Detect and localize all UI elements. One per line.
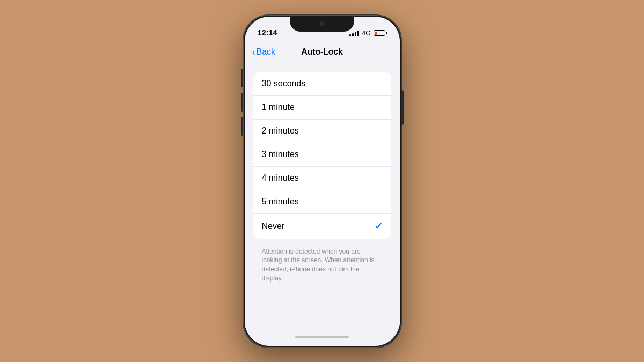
option-label-30s: 30 seconds [262,79,306,88]
network-type: 4G [362,29,370,37]
option-label-2m: 2 minutes [262,126,299,136]
phone-frame: 12:14 4G ‹ Ba [243,15,401,348]
option-never[interactable]: Never ✓ [253,214,391,239]
option-label-4m: 4 minutes [262,173,299,183]
home-bar [295,336,349,338]
back-label: Back [257,47,276,57]
option-label-3m: 3 minutes [262,150,299,159]
notch [290,17,354,32]
option-1m[interactable]: 1 minute [253,96,391,120]
phone-screen: 12:14 4G ‹ Ba [245,17,400,346]
back-chevron-icon: ‹ [252,47,255,57]
selected-checkmark-icon: ✓ [375,220,383,232]
content-area: 30 seconds 1 minute 2 minutes 3 minutes … [245,64,400,328]
battery-tip [386,32,387,34]
option-2m[interactable]: 2 minutes [253,120,391,143]
status-time: 12:14 [258,28,277,37]
signal-strength-icon [349,30,359,36]
attention-footnote: Attention is detected when you are looki… [253,243,391,287]
page-title: Auto-Lock [301,47,342,57]
back-button[interactable]: ‹ Back [252,47,276,57]
option-3m[interactable]: 3 minutes [253,143,391,167]
option-30s[interactable]: 30 seconds [253,72,391,96]
option-5m[interactable]: 5 minutes [253,190,391,214]
battery-fill [375,32,377,35]
option-label-1m: 1 minute [262,102,295,112]
auto-lock-options-group: 30 seconds 1 minute 2 minutes 3 minutes … [253,72,391,239]
face-id-sensor [319,21,325,26]
status-icons: 4G [349,29,386,37]
navigation-bar: ‹ Back Auto-Lock [245,40,400,64]
option-4m[interactable]: 4 minutes [253,167,391,190]
option-label-never: Never [262,221,285,231]
battery-body [374,30,385,36]
battery-indicator [374,30,387,36]
option-label-5m: 5 minutes [262,197,299,206]
home-indicator [245,328,400,346]
